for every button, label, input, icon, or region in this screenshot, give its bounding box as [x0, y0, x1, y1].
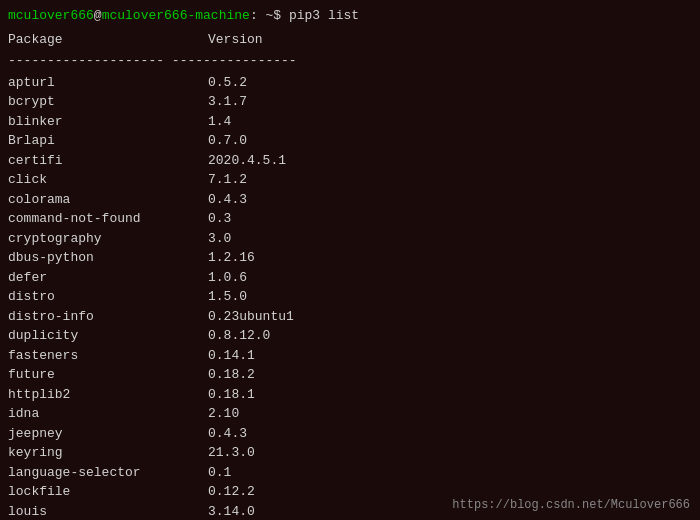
package-name: duplicity: [8, 326, 208, 346]
table-row: Brlapi0.7.0: [8, 131, 692, 151]
version-header: Version: [208, 30, 263, 50]
package-version: 0.8.12.0: [208, 326, 270, 346]
table-row: language-selector0.1: [8, 463, 692, 483]
package-name: louis: [8, 502, 208, 521]
package-version: 1.4: [208, 112, 231, 132]
package-name: command-not-found: [8, 209, 208, 229]
package-version: 0.18.1: [208, 385, 255, 405]
terminal-at: @: [94, 8, 102, 23]
table-row: click7.1.2: [8, 170, 692, 190]
package-version: 3.1.7: [208, 92, 247, 112]
table-row: defer1.0.6: [8, 268, 692, 288]
table-row: command-not-found0.3: [8, 209, 692, 229]
packages-list: apturl0.5.2bcrypt3.1.7blinker1.4Brlapi0.…: [8, 73, 692, 521]
package-name: distro-info: [8, 307, 208, 327]
package-version: 0.18.2: [208, 365, 255, 385]
package-name: blinker: [8, 112, 208, 132]
package-name: certifi: [8, 151, 208, 171]
table-row: jeepney0.4.3: [8, 424, 692, 444]
package-version: 1.5.0: [208, 287, 247, 307]
package-name: distro: [8, 287, 208, 307]
divider: -------------------- ----------------: [8, 51, 692, 71]
table-header: Package Version: [8, 30, 692, 50]
table-row: distro1.5.0: [8, 287, 692, 307]
package-version: 3.14.0: [208, 502, 255, 521]
package-name: jeepney: [8, 424, 208, 444]
package-version: 0.12.2: [208, 482, 255, 502]
table-row: colorama0.4.3: [8, 190, 692, 210]
table-row: idna2.10: [8, 404, 692, 424]
package-name: cryptography: [8, 229, 208, 249]
package-name: language-selector: [8, 463, 208, 483]
package-name: fasteners: [8, 346, 208, 366]
title-bar: mculover666@mculover666-machine: ~$ pip3…: [8, 6, 692, 26]
terminal: mculover666@mculover666-machine: ~$ pip3…: [0, 0, 700, 520]
package-name: keyring: [8, 443, 208, 463]
package-name: Brlapi: [8, 131, 208, 151]
table-row: bcrypt3.1.7: [8, 92, 692, 112]
table-row: dbus-python1.2.16: [8, 248, 692, 268]
package-version: 2020.4.5.1: [208, 151, 286, 171]
table-row: apturl0.5.2: [8, 73, 692, 93]
package-version: 2.10: [208, 404, 239, 424]
table-row: keyring21.3.0: [8, 443, 692, 463]
terminal-host: mculover666-machine: [102, 8, 250, 23]
table-row: duplicity0.8.12.0: [8, 326, 692, 346]
terminal-command: $ pip3 list: [273, 8, 359, 23]
package-name: future: [8, 365, 208, 385]
package-version: 1.0.6: [208, 268, 247, 288]
package-version: 21.3.0: [208, 443, 255, 463]
package-name: bcrypt: [8, 92, 208, 112]
table-row: httplib20.18.1: [8, 385, 692, 405]
table-row: distro-info0.23ubuntu1: [8, 307, 692, 327]
table-row: fasteners0.14.1: [8, 346, 692, 366]
package-name: lockfile: [8, 482, 208, 502]
package-name: dbus-python: [8, 248, 208, 268]
terminal-separator: : ~: [250, 8, 273, 23]
package-name: click: [8, 170, 208, 190]
package-name: defer: [8, 268, 208, 288]
package-version: 1.2.16: [208, 248, 255, 268]
package-version: 3.0: [208, 229, 231, 249]
package-version: 0.4.3: [208, 190, 247, 210]
package-version: 0.7.0: [208, 131, 247, 151]
package-version: 0.4.3: [208, 424, 247, 444]
package-version: 0.3: [208, 209, 231, 229]
package-name: colorama: [8, 190, 208, 210]
package-version: 0.14.1: [208, 346, 255, 366]
package-version: 0.23ubuntu1: [208, 307, 294, 327]
package-name: idna: [8, 404, 208, 424]
package-version: 0.1: [208, 463, 231, 483]
package-version: 0.5.2: [208, 73, 247, 93]
package-name: apturl: [8, 73, 208, 93]
terminal-user: mculover666: [8, 8, 94, 23]
table-row: blinker1.4: [8, 112, 692, 132]
package-name: httplib2: [8, 385, 208, 405]
table-row: future0.18.2: [8, 365, 692, 385]
package-version: 7.1.2: [208, 170, 247, 190]
package-header: Package: [8, 30, 208, 50]
table-row: cryptography3.0: [8, 229, 692, 249]
table-row: certifi2020.4.5.1: [8, 151, 692, 171]
watermark: https://blog.csdn.net/Mculover666: [452, 498, 690, 512]
